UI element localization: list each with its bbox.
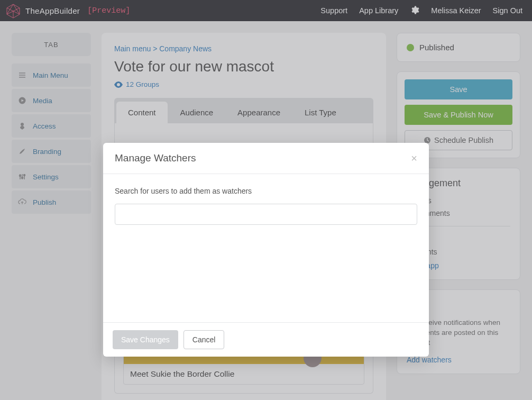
watchers-search-input[interactable]	[115, 204, 417, 225]
close-icon[interactable]: ×	[411, 153, 417, 163]
modal-body: Search for users to add them as watchers	[103, 174, 429, 322]
modal-cancel-button[interactable]: Cancel	[184, 330, 225, 349]
modal-footer: Save Changes Cancel	[103, 322, 429, 357]
modal-save-button[interactable]: Save Changes	[113, 330, 178, 349]
modal-overlay[interactable]: Manage Watchers × Search for users to ad…	[0, 0, 532, 400]
search-label: Search for users to add them as watchers	[115, 187, 417, 195]
modal-title: Manage Watchers	[115, 152, 196, 164]
manage-watchers-modal: Manage Watchers × Search for users to ad…	[103, 143, 429, 357]
modal-header: Manage Watchers ×	[103, 143, 429, 174]
